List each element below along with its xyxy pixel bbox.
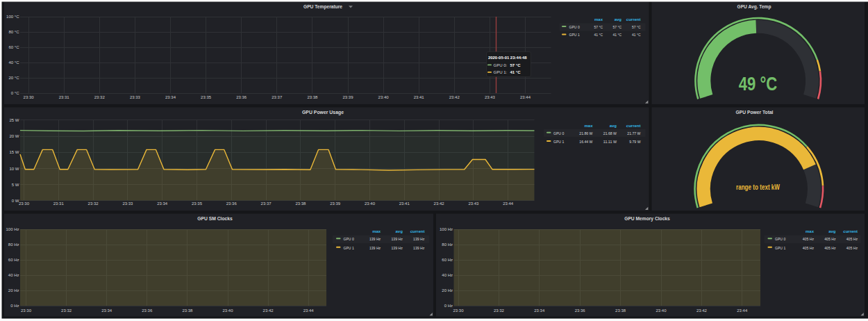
svg-text:23:31: 23:31 xyxy=(53,201,65,206)
svg-text:GPU 0: GPU 0 xyxy=(775,237,786,241)
svg-text:40 Hz: 40 Hz xyxy=(442,273,453,277)
svg-text:9.79 W: 9.79 W xyxy=(629,140,641,144)
svg-text:23:38: 23:38 xyxy=(295,201,306,206)
svg-text:23:30: 23:30 xyxy=(453,308,464,313)
svg-text:23:42: 23:42 xyxy=(434,201,445,206)
svg-text:GPU 0: GPU 0 xyxy=(569,25,581,29)
svg-text:avg: avg xyxy=(395,229,403,233)
svg-text:80 Hz: 80 Hz xyxy=(442,242,453,247)
svg-text:23:40: 23:40 xyxy=(222,308,233,313)
svg-text:23:44: 23:44 xyxy=(737,308,748,313)
svg-text:23:34: 23:34 xyxy=(157,201,168,206)
svg-text:GPU 0: GPU 0 xyxy=(553,131,565,135)
svg-text:23:38: 23:38 xyxy=(615,308,626,313)
svg-text:23:33: 23:33 xyxy=(130,95,141,99)
svg-text:0 °C: 0 °C xyxy=(11,91,19,95)
svg-text:405 Hz: 405 Hz xyxy=(803,246,814,250)
svg-text:80 Hz: 80 Hz xyxy=(8,242,19,247)
svg-text:range to text kW: range to text kW xyxy=(736,183,780,191)
svg-text:23:31: 23:31 xyxy=(59,95,70,99)
svg-text:23:43: 23:43 xyxy=(485,95,496,99)
svg-text:23:44: 23:44 xyxy=(520,95,531,99)
svg-text:23:38: 23:38 xyxy=(307,95,318,99)
svg-text:max: max xyxy=(594,17,603,22)
svg-text:60 Hz: 60 Hz xyxy=(8,258,19,262)
svg-text:23:39: 23:39 xyxy=(330,201,341,206)
svg-text:41 °C: 41 °C xyxy=(632,33,641,37)
svg-text:23:38: 23:38 xyxy=(182,308,193,313)
svg-text:23:32: 23:32 xyxy=(88,201,99,206)
svg-text:60 °C: 60 °C xyxy=(8,45,19,49)
svg-text:23:36: 23:36 xyxy=(236,95,247,99)
svg-text:23:37: 23:37 xyxy=(272,95,283,99)
svg-text:23:30: 23:30 xyxy=(19,201,30,206)
svg-text:GPU Temperature: GPU Temperature xyxy=(303,4,342,10)
svg-text:23:41: 23:41 xyxy=(414,95,425,99)
svg-text:23:34: 23:34 xyxy=(101,308,112,313)
svg-text:GPU Power Total: GPU Power Total xyxy=(736,110,774,115)
svg-text:20 Hz: 20 Hz xyxy=(442,288,453,293)
svg-text:GPU 1: GPU 1 xyxy=(775,246,786,250)
svg-text:139 Hz: 139 Hz xyxy=(413,246,424,250)
svg-text:405 Hz: 405 Hz xyxy=(846,237,858,241)
svg-text:15 W: 15 W xyxy=(9,150,19,154)
svg-text:23:41: 23:41 xyxy=(399,201,410,206)
svg-text:41 °C: 41 °C xyxy=(510,70,521,74)
svg-text:23:42: 23:42 xyxy=(449,95,460,99)
svg-text:57 °C: 57 °C xyxy=(594,25,603,29)
svg-text:23:36: 23:36 xyxy=(575,308,586,313)
svg-text:41 °C: 41 °C xyxy=(594,33,603,37)
svg-text:5 W: 5 W xyxy=(12,183,19,187)
svg-text:80 °C: 80 °C xyxy=(8,30,19,34)
svg-text:41 °C: 41 °C xyxy=(613,33,622,37)
svg-text:20 Hz: 20 Hz xyxy=(8,288,19,293)
svg-text:57 °C: 57 °C xyxy=(510,63,521,67)
svg-text:23:30: 23:30 xyxy=(21,308,32,313)
svg-text:405 Hz: 405 Hz xyxy=(846,246,858,250)
svg-text:23:44: 23:44 xyxy=(503,201,514,206)
svg-text:20 W: 20 W xyxy=(9,134,19,138)
svg-text:max: max xyxy=(372,229,381,233)
svg-text:10 W: 10 W xyxy=(9,167,19,171)
svg-text:23:35: 23:35 xyxy=(201,95,212,99)
svg-text:405 Hz: 405 Hz xyxy=(824,237,835,241)
svg-text:23:40: 23:40 xyxy=(378,95,390,99)
svg-text:23:34: 23:34 xyxy=(534,308,545,313)
svg-text:23:35: 23:35 xyxy=(192,201,203,206)
svg-text:2020-05-01 23:44:48: 2020-05-01 23:44:48 xyxy=(488,56,527,60)
svg-text:21.86 W: 21.86 W xyxy=(579,131,592,135)
svg-text:GPU SM Clocks: GPU SM Clocks xyxy=(197,216,233,221)
svg-text:current: current xyxy=(410,229,425,233)
svg-text:23:32: 23:32 xyxy=(61,308,72,313)
svg-text:139 Hz: 139 Hz xyxy=(392,246,403,250)
svg-text:0 Hz: 0 Hz xyxy=(444,304,453,308)
svg-text:21.68 W: 21.68 W xyxy=(603,131,617,135)
svg-text:40 °C: 40 °C xyxy=(8,60,19,65)
svg-text:GPU 1: GPU 1 xyxy=(344,246,355,250)
svg-text:avg: avg xyxy=(615,17,622,22)
svg-text:100 Hz: 100 Hz xyxy=(440,227,453,231)
svg-text:23:42: 23:42 xyxy=(263,308,274,313)
svg-text:GPU 1:: GPU 1: xyxy=(494,70,508,74)
svg-text:23:43: 23:43 xyxy=(468,201,479,206)
svg-text:GPU Avg. Temp: GPU Avg. Temp xyxy=(737,4,771,10)
svg-text:23:33: 23:33 xyxy=(122,201,133,206)
svg-text:avg: avg xyxy=(610,124,617,128)
svg-text:20 °C: 20 °C xyxy=(8,76,19,80)
svg-text:100 Hz: 100 Hz xyxy=(6,227,19,231)
svg-text:139 Hz: 139 Hz xyxy=(392,237,403,241)
svg-text:GPU 0: GPU 0 xyxy=(344,237,355,241)
svg-text:GPU Power Usage: GPU Power Usage xyxy=(302,110,344,115)
svg-text:139 Hz: 139 Hz xyxy=(369,246,381,250)
svg-text:57 °C: 57 °C xyxy=(632,25,641,29)
svg-text:23:42: 23:42 xyxy=(696,308,708,313)
svg-text:60 Hz: 60 Hz xyxy=(442,258,453,262)
svg-text:current: current xyxy=(843,229,858,233)
svg-text:GPU 0:: GPU 0: xyxy=(494,63,508,67)
svg-text:avg: avg xyxy=(828,229,836,233)
svg-text:100 °C: 100 °C xyxy=(6,15,19,19)
svg-text:40 Hz: 40 Hz xyxy=(8,273,19,277)
svg-text:139 Hz: 139 Hz xyxy=(413,237,424,241)
svg-text:current: current xyxy=(626,17,641,22)
svg-text:current: current xyxy=(626,124,641,128)
